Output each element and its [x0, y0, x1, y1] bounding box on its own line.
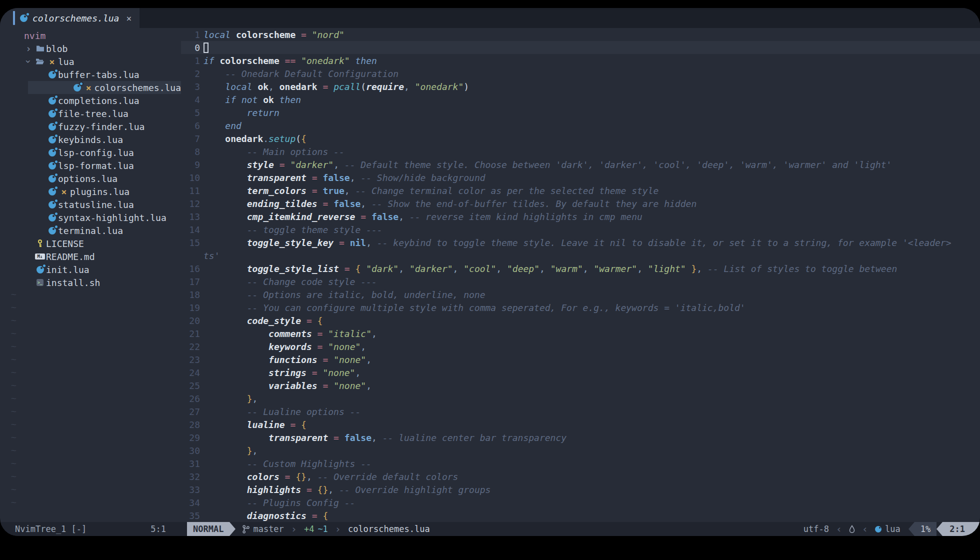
code-line: 20 code_style = {: [181, 314, 980, 327]
nvimtree-cursor-position: 5:1: [150, 524, 166, 534]
file-tree-panel[interactable]: nvim›blob›×luabuffer-tabs.lua×colorschem…: [0, 28, 181, 522]
empty-line-marker: ~: [0, 497, 181, 510]
tree-item-completions-lua[interactable]: completions.lua: [0, 94, 181, 107]
tree-item-file-tree-lua[interactable]: file-tree.lua: [0, 107, 181, 120]
code-line: 14 -- toggle theme style ---: [181, 223, 980, 236]
tree-item-plugins-lua[interactable]: ×plugins.lua: [0, 185, 181, 198]
lua-file-icon: [46, 214, 58, 222]
line-number: 15: [181, 238, 202, 248]
statusline-separator: ›: [335, 523, 341, 535]
code-text: variables = "none",: [204, 380, 372, 391]
shell-icon: >_: [34, 279, 46, 286]
tree-item-init-lua[interactable]: init.lua: [0, 263, 181, 276]
chevron-down-icon[interactable]: ›: [23, 56, 34, 67]
tree-item-blob[interactable]: ›blob: [0, 42, 181, 55]
empty-line-marker: ~: [0, 302, 181, 315]
tree-item-label: lua: [58, 56, 74, 67]
tree-item-label: keybinds.lua: [58, 134, 123, 145]
line-number: 8: [181, 146, 202, 157]
scroll-percent: 1%: [914, 522, 936, 536]
tree-item-label: completions.lua: [58, 96, 140, 106]
code-editor[interactable]: 1local colorscheme = "nord"01if colorsch…: [181, 28, 980, 522]
line-number: 1: [181, 30, 202, 40]
line-number: 5: [181, 108, 202, 118]
lua-file-icon: [20, 14, 28, 22]
tabline-empty-area: [140, 8, 980, 28]
powerline-arrow-icon: [936, 522, 942, 536]
git-added-count: +4: [304, 524, 314, 534]
code-text: diagnostics = {: [204, 510, 328, 521]
statusline-separator: ‹: [836, 523, 842, 535]
git-modified-icon: ×: [83, 82, 94, 93]
tree-item-lua[interactable]: ›×lua: [0, 55, 181, 68]
code-text: -- Lualine options --: [204, 406, 360, 417]
line-number: 4: [181, 94, 202, 105]
code-line: 11 term_colors = true, -- Change termina…: [181, 184, 980, 197]
tree-item-buffer-tabs-lua[interactable]: buffer-tabs.lua: [0, 68, 181, 81]
markdown-icon: M↓: [35, 254, 45, 260]
tree-item-label: fuzzy-finder.lua: [58, 122, 144, 132]
empty-line-marker: ~: [0, 354, 181, 367]
statusline-right-section: utf-8 ‹ ‹ lua 1% 2:1: [804, 522, 980, 536]
tree-item-fuzzy-finder-lua[interactable]: fuzzy-finder.lua: [0, 120, 181, 133]
code-text: -- Options are italic, bold, underline, …: [204, 290, 486, 300]
tree-item-lsp-format-lua[interactable]: lsp-format.lua: [0, 159, 181, 172]
line-number: 25: [181, 380, 202, 391]
line-number: 17: [181, 276, 202, 287]
code-line: 32 colors = {}, -- Override default colo…: [181, 470, 980, 483]
git-modified-icon: ×: [46, 56, 58, 67]
tree-item-license[interactable]: LICENSE: [0, 237, 181, 250]
code-line: 15 toggle_style_key = nil, -- keybind to…: [181, 236, 980, 249]
tree-item-label: LICENSE: [46, 238, 84, 249]
code-line: 3 local ok, onedark = pcall(require, "on…: [181, 80, 980, 93]
code-text: if not ok then: [204, 94, 301, 105]
cursor-position: 2:1: [942, 522, 980, 536]
empty-line-marker: ~: [0, 419, 181, 432]
tab-close-icon[interactable]: ×: [126, 13, 132, 24]
code-text: transparent = false, -- lualine center b…: [204, 432, 566, 443]
tree-item-label: install.sh: [46, 278, 100, 288]
tab-colorschemes[interactable]: colorschemes.lua ×: [0, 8, 140, 28]
tree-item-colorschemes-lua[interactable]: ×colorschemes.lua: [28, 81, 181, 94]
encoding-label: utf-8: [804, 524, 829, 534]
key-icon: [34, 240, 46, 248]
tree-item-readme-md[interactable]: M↓README.md: [0, 250, 181, 263]
code-line: 29 transparent = false, -- lualine cente…: [181, 431, 980, 444]
code-text: -- Plugins Config --: [204, 498, 355, 508]
lua-file-icon: [46, 136, 58, 144]
tab-label: colorschemes.lua: [32, 13, 119, 24]
code-line: 4 if not ok then: [181, 93, 980, 106]
tree-item-install-sh[interactable]: >_install.sh: [0, 276, 181, 289]
tree-item-statusline-lua[interactable]: statusline.lua: [0, 198, 181, 211]
empty-line-marker: ~: [0, 341, 181, 354]
powerline-arrow-icon: [230, 522, 236, 536]
tree-item-lsp-config-lua[interactable]: lsp-config.lua: [0, 146, 181, 159]
code-line: 8 -- Main options --: [181, 145, 980, 158]
code-line: 0: [181, 41, 980, 54]
line-number: 1: [181, 56, 202, 66]
empty-line-marker: ~: [0, 315, 181, 328]
code-text: ts': [204, 250, 220, 261]
code-text: comments = "italic",: [204, 328, 377, 339]
terminal-window: colorschemes.lua × nvim›blob›×luabuffer-…: [0, 8, 980, 536]
powerline-arrow-icon: [908, 522, 914, 536]
line-number: 2: [181, 68, 202, 79]
line-number: 35: [181, 510, 202, 521]
line-number: 14: [181, 224, 202, 235]
line-number: 7: [181, 134, 202, 144]
line-number: 11: [181, 186, 202, 196]
tree-root-nvim[interactable]: nvim: [0, 29, 181, 42]
tree-item-syntax-highlight-lua[interactable]: syntax-highlight.lua: [0, 211, 181, 224]
droplet-icon: [849, 525, 855, 533]
line-number: 26: [181, 394, 202, 404]
chevron-right-icon[interactable]: ›: [23, 43, 34, 54]
tree-item-terminal-lua[interactable]: terminal.lua: [0, 224, 181, 237]
statusline-separator: ‹: [862, 523, 868, 535]
code-text: functions = "none",: [204, 354, 372, 365]
tree-item-options-lua[interactable]: options.lua: [0, 172, 181, 185]
tree-item-label: colorschemes.lua: [94, 82, 181, 93]
lua-file-icon: [46, 71, 58, 78]
code-line: 25 variables = "none",: [181, 379, 980, 392]
lua-file-icon: [46, 149, 58, 156]
tree-item-keybinds-lua[interactable]: keybinds.lua: [0, 133, 181, 146]
